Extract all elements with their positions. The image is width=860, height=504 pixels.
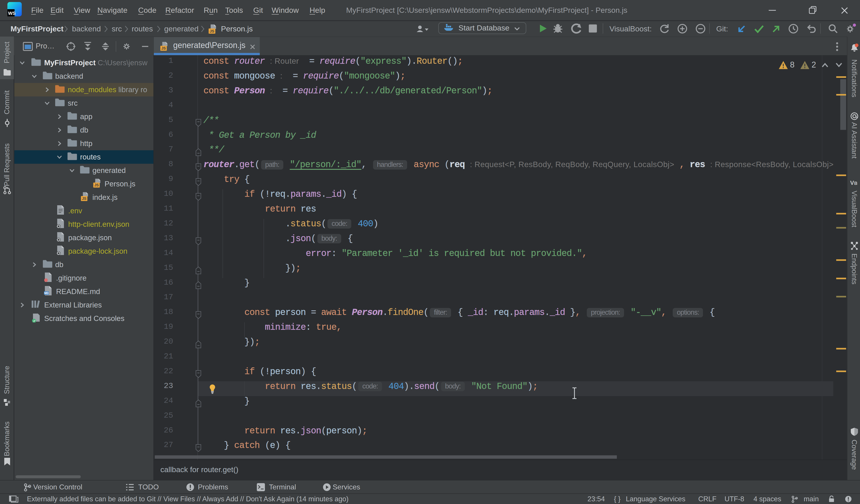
svg-text:JS: JS: [82, 197, 86, 201]
svg-text:B: B: [854, 181, 857, 186]
svg-text:V: V: [850, 179, 854, 186]
svg-text:JS: JS: [94, 183, 99, 187]
svg-text:JS: JS: [161, 46, 166, 50]
svg-text:JS: JS: [210, 29, 214, 33]
svg-text:MD: MD: [44, 292, 49, 295]
